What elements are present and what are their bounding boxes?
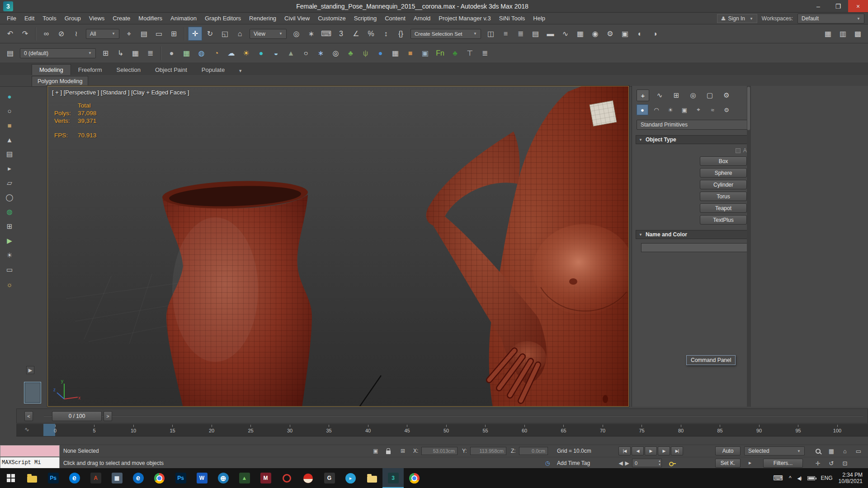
viewport-layout-tab[interactable] <box>24 382 41 404</box>
menu-item[interactable]: Edit <box>20 13 38 24</box>
ribbon-toggle-icon[interactable]: ▬ <box>543 27 557 41</box>
folder-icon[interactable] <box>361 468 382 488</box>
rendered-frame-icon[interactable]: ▣ <box>618 27 632 41</box>
tray-expand-icon[interactable]: ^ <box>789 475 792 481</box>
menu-item[interactable]: Create <box>108 13 134 24</box>
layer-dropdown[interactable]: 0 (default)▼ <box>20 48 96 58</box>
mannequin-torso[interactable] <box>162 178 312 407</box>
play-icon[interactable]: ▶ <box>3 235 16 247</box>
keyboard-override-icon[interactable]: ⌨ <box>319 27 333 41</box>
select-by-name-icon[interactable]: ▤ <box>137 27 151 41</box>
selection-set-dropdown[interactable]: Selected▼ <box>744 446 805 455</box>
viewport-canvas[interactable] <box>48 86 629 407</box>
glass-sphere-icon[interactable]: ◒ <box>269 46 283 60</box>
layer-explorer-icon[interactable]: ▤ <box>528 27 542 41</box>
curve-editor-icon[interactable]: ∿ <box>558 27 572 41</box>
menu-item[interactable]: Group <box>61 13 85 24</box>
sphere-material-icon[interactable]: ● <box>165 46 179 60</box>
select-layer-objects-icon[interactable]: ▦ <box>128 46 142 60</box>
list-icon[interactable]: ≣ <box>478 46 492 60</box>
m-app-icon[interactable]: M <box>255 468 276 488</box>
volume-icon[interactable]: ◀) <box>797 476 802 481</box>
ribbon-config-icon[interactable]: ▼ <box>235 67 246 75</box>
spinner-snap-icon[interactable]: ↕ <box>379 27 393 41</box>
rectangular-selection-icon[interactable]: ▭ <box>152 27 166 41</box>
create-selection-set-dropdown[interactable]: Create Selection Set▼ <box>410 29 481 39</box>
hammer-icon[interactable]: ⊤ <box>463 46 477 60</box>
hierarchy-tab[interactable]: ⊞ <box>670 89 683 101</box>
word-icon[interactable]: W <box>191 468 212 488</box>
autogrid-checkbox[interactable] <box>736 148 741 153</box>
viewport-label[interactable]: [ + ] [Perspective ] [Standard ] [Clay +… <box>52 89 189 96</box>
maximize-viewport-icon[interactable]: ⊡ <box>839 459 851 468</box>
go-to-end-button[interactable]: ▶| <box>671 446 683 455</box>
sign-in-button[interactable]: 👤︎ Sign In ▼ <box>717 14 757 23</box>
spinner-arrows-icon[interactable]: ▲▼ <box>658 459 661 466</box>
layer-manager-icon[interactable]: ▤ <box>3 46 17 60</box>
object-type-button[interactable]: Sphere <box>700 168 747 178</box>
menu-item[interactable]: Arnold <box>410 13 435 24</box>
use-pivot-center-icon[interactable]: ◎ <box>289 27 303 41</box>
teal-sphere-icon[interactable]: ● <box>254 46 268 60</box>
checker-icon[interactable]: ▦ <box>179 46 193 60</box>
play-button[interactable]: ▶ <box>645 446 657 455</box>
render-iterative-icon[interactable]: ◑ <box>648 27 662 41</box>
game-icon[interactable] <box>297 468 319 488</box>
menu-item[interactable]: Content <box>381 13 410 24</box>
blue-sphere-icon[interactable]: ● <box>373 46 387 60</box>
object-type-button[interactable]: TextPlus <box>700 215 747 225</box>
ribbon-tab[interactable]: Modeling <box>32 64 71 75</box>
new-layer-icon[interactable]: ⊞ <box>99 46 113 60</box>
motion-tab[interactable]: ◎ <box>687 89 699 101</box>
grass-icon[interactable]: ψ <box>359 46 373 60</box>
isolate-selection-icon[interactable]: ▣ <box>371 447 381 455</box>
touch-keyboard-icon[interactable]: ⌨ <box>773 474 783 482</box>
snaps-toggle-icon[interactable]: 3 <box>334 27 348 41</box>
minimize-button[interactable]: – <box>808 0 828 12</box>
arrow-icon[interactable]: ▸ <box>3 163 16 174</box>
time-slider-track[interactable] <box>44 416 863 417</box>
time-slider[interactable]: < 0 / 100 > <box>16 408 868 423</box>
edge-icon[interactable]: e <box>64 468 85 488</box>
edge-icon[interactable]: e <box>127 468 149 488</box>
menu-item[interactable]: Help <box>529 13 549 24</box>
fn-icon[interactable]: Fn <box>433 46 447 60</box>
lamp-icon[interactable]: ☼ <box>3 278 16 290</box>
zoom-all-icon[interactable]: ▦ <box>826 446 837 455</box>
mirror-icon[interactable]: ◫ <box>484 27 498 41</box>
workspaces-dropdown[interactable]: Default ▼ <box>797 14 864 23</box>
select-and-rotate-icon[interactable]: ↻ <box>203 27 217 41</box>
display-tab[interactable]: ▢ <box>703 89 716 101</box>
geometry-category[interactable]: ● <box>637 104 648 115</box>
mini-curve-editor-icon[interactable]: ∿ <box>24 426 29 433</box>
selection-lock-icon[interactable] <box>383 447 393 455</box>
menu-item[interactable]: Customize <box>314 13 349 24</box>
zoom-region-icon[interactable]: ▭ <box>853 446 864 455</box>
box-icon[interactable]: ■ <box>3 119 16 131</box>
track-bar[interactable]: ∿ 05101520253035404550556065707580859095… <box>16 424 868 436</box>
menu-item[interactable]: Project Manager v.3 <box>434 13 495 24</box>
opera-icon[interactable] <box>276 468 297 488</box>
ribbon-tab[interactable]: Populate <box>194 65 232 75</box>
layer-properties-icon[interactable]: ≣ <box>143 46 157 60</box>
layout-grid-icon[interactable]: ▥ <box>836 27 850 41</box>
transform-gizmo-icon[interactable]: ⊞ <box>398 447 408 455</box>
next-frame-button[interactable]: ▶ <box>658 446 670 455</box>
file-explorer-icon[interactable] <box>21 468 42 488</box>
menu-item[interactable]: Graph Editors <box>201 13 245 24</box>
circle-icon[interactable]: ○ <box>3 105 16 117</box>
add-time-tag[interactable]: Add Time Tag <box>557 460 590 466</box>
menu-item[interactable]: SiNi Tools <box>495 13 529 24</box>
menu-item[interactable]: Views <box>85 13 108 24</box>
next-frame-arrow[interactable]: > <box>104 411 112 421</box>
orbit-icon[interactable]: ↺ <box>826 459 837 468</box>
undo-icon[interactable]: ↶ <box>3 27 17 41</box>
list-icon[interactable]: ▤ <box>3 148 16 160</box>
align-icon[interactable]: ≡ <box>499 27 513 41</box>
neck-cube[interactable] <box>590 101 617 126</box>
pen-icon[interactable]: ▱ <box>3 177 16 189</box>
menu-item[interactable]: File <box>3 13 20 24</box>
menu-item[interactable]: Scripting <box>350 13 381 24</box>
add-to-layer-icon[interactable]: ↳ <box>113 46 127 60</box>
systems-category[interactable]: ⚙ <box>721 104 732 115</box>
